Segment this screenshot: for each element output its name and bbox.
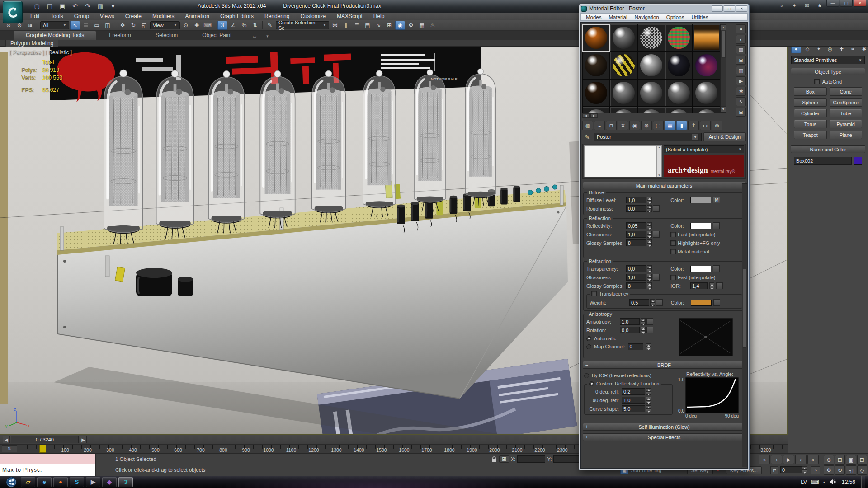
object-type-button[interactable]: GeoSphere — [830, 98, 863, 107]
me-menu-item[interactable]: Options — [663, 14, 688, 20]
percent-snap-icon[interactable]: % — [239, 21, 249, 30]
select-and-scale-icon[interactable]: ◱ — [139, 21, 149, 30]
material-slot[interactable] — [582, 79, 610, 107]
maximize-viewport-toggle-icon[interactable]: ◱ — [846, 465, 856, 475]
scroll-right-icon[interactable]: ▶ — [590, 113, 598, 118]
nixie-tube[interactable] — [414, 70, 446, 212]
minimize-button[interactable]: — — [826, 0, 839, 7]
ribbon-tab[interactable]: Selection — [144, 31, 189, 40]
show-desktop-button[interactable] — [861, 476, 865, 488]
make-preview-icon[interactable]: ▶ — [736, 76, 746, 85]
go-to-start-button[interactable]: « — [759, 455, 770, 464]
highlights-fg-only-checkbox[interactable] — [670, 240, 676, 246]
clock[interactable]: 12:56 — [842, 479, 855, 485]
bind-to-space-warp-icon[interactable]: ≋ — [25, 21, 35, 30]
object-type-button[interactable]: Box — [794, 87, 827, 96]
menu-item[interactable]: Tools — [46, 13, 68, 20]
time-slider-thumb[interactable] — [39, 445, 46, 453]
roughness-field[interactable]: 0,0 — [626, 205, 646, 212]
me-menu-item[interactable]: Utilities — [688, 14, 711, 20]
main-parameters-rollout[interactable]: – Main material parameters — [583, 182, 745, 189]
object-type-button[interactable]: Cone — [830, 87, 863, 96]
rotation-field[interactable]: 0,0 — [620, 327, 640, 333]
transparency-field[interactable]: 0,0 — [626, 265, 646, 272]
maximize-button[interactable]: ▢ — [840, 0, 853, 7]
scroll-down-icon[interactable]: ▼ — [721, 106, 726, 112]
frame-spinner[interactable] — [802, 466, 807, 473]
material-slot[interactable] — [693, 52, 720, 79]
refraction-color-swatch[interactable] — [690, 266, 711, 272]
time-slider-frame-display[interactable]: 0 / 3240 — [11, 436, 79, 443]
refraction-glossiness-field[interactable]: 1,0 — [626, 274, 646, 281]
polygon-modeling-panel[interactable]: Polygon Modeling — [5, 40, 58, 47]
nixie-tube[interactable] — [465, 69, 496, 206]
communication-center-icon[interactable]: ✉ — [803, 2, 811, 9]
menu-item[interactable]: Graph Editors — [215, 13, 259, 20]
taskbar-firefox-icon[interactable]: ● — [53, 477, 68, 487]
menu-item[interactable]: Customize — [295, 13, 331, 20]
material-type-button[interactable]: Arch & Design — [703, 132, 746, 141]
taskbar-app-icon[interactable]: ◆ — [102, 477, 117, 487]
material-slot[interactable] — [665, 107, 693, 113]
previous-frame-arrow[interactable]: ◀ — [3, 436, 10, 443]
taskbar-folder-icon[interactable]: ▱ — [21, 477, 35, 487]
zoom-all-icon[interactable]: ⊞ — [835, 455, 845, 465]
menu-item[interactable]: Group — [69, 13, 94, 20]
menu-item[interactable]: Animation — [180, 13, 214, 20]
refraction-samples-spinner[interactable] — [647, 282, 652, 289]
preview-scrollbar[interactable]: ▲▼ — [656, 146, 661, 177]
me-minimize-button[interactable]: — — [712, 5, 723, 12]
anisotropy-field[interactable]: 1,0 — [620, 318, 640, 325]
material-editor-icon[interactable]: ◉ — [395, 21, 405, 30]
nixie-tube[interactable] — [104, 70, 143, 244]
nixie-tube[interactable] — [208, 71, 245, 234]
named-selection-sets-dropdown[interactable]: Create Selection Se▼ — [276, 21, 329, 29]
menu-item[interactable]: Rendering — [259, 13, 294, 20]
spinner-snap-icon[interactable]: ⇅ — [250, 21, 260, 30]
volume-icon[interactable] — [829, 479, 836, 485]
material-id-channel-icon[interactable]: ▢ — [653, 121, 664, 130]
deg90-refl-spinner[interactable] — [646, 397, 651, 404]
close-button[interactable]: ✕ — [854, 0, 866, 7]
time-configuration-button[interactable]: ◔ — [811, 466, 820, 474]
ribbon-tab[interactable]: Freeform — [97, 31, 143, 40]
window-crossing-icon[interactable]: ◫ — [103, 21, 113, 30]
taskbar-media-icon[interactable]: ▶ — [86, 477, 100, 487]
object-type-button[interactable]: Sphere — [794, 98, 827, 107]
graphite-ribbon-toggle-icon[interactable]: ▤ — [363, 21, 373, 30]
sample-uv-tiling-icon[interactable]: ⊞ — [736, 56, 746, 65]
listener-macro-line[interactable] — [0, 454, 95, 464]
reflection-samples-field[interactable]: 8 — [626, 239, 646, 246]
play-animation-button[interactable]: ▶ — [783, 455, 794, 464]
ior-map-button[interactable] — [716, 282, 723, 289]
reflectivity-field[interactable]: 0,05 — [626, 222, 646, 229]
refraction-fast-interpolate-checkbox[interactable] — [670, 275, 676, 280]
material-slot[interactable] — [610, 24, 637, 52]
keyboard-shortcut-override-icon[interactable]: ⌨ — [203, 21, 212, 30]
go-to-parent-icon[interactable]: ↥ — [688, 121, 699, 130]
material-slot[interactable] — [665, 79, 693, 107]
nixie-tube[interactable] — [260, 70, 295, 228]
show-end-result-icon[interactable]: ▮ — [676, 121, 687, 130]
reflection-glossiness-field[interactable]: 1,0 — [626, 231, 646, 238]
map-channel-spinner[interactable] — [646, 343, 651, 350]
go-forward-to-sibling-icon[interactable]: ↦ — [700, 121, 711, 130]
put-material-to-scene-icon[interactable]: ◒ — [594, 121, 605, 130]
map-channel-radio[interactable] — [586, 344, 591, 349]
self-illumination-rollout[interactable]: + Self Illumination (Glow) — [583, 423, 745, 431]
deg0-refl-spinner[interactable] — [646, 388, 651, 395]
menu-item[interactable]: Modifiers — [147, 13, 179, 20]
object-type-rollout[interactable]: – Object Type — [791, 68, 865, 75]
anisotropy-spinner[interactable] — [641, 318, 646, 325]
tray-expand-icon[interactable]: ▴ — [823, 480, 825, 484]
sample-slots-scrollbar[interactable]: ▲ ▼ — [720, 24, 726, 113]
translucency-weight-map-button[interactable] — [656, 299, 663, 306]
curve-editor-icon[interactable]: ∿ — [373, 21, 383, 30]
search-icon[interactable]: ⌕ — [778, 2, 786, 9]
menu-item[interactable]: MAXScript — [332, 13, 368, 20]
menu-item[interactable]: Help — [368, 13, 390, 20]
layer-manager-icon[interactable]: ≣ — [352, 21, 362, 30]
metal-material-checkbox[interactable] — [670, 249, 676, 254]
selection-lock-icon[interactable] — [491, 456, 497, 463]
angle-snap-icon[interactable]: ∠ — [228, 21, 238, 30]
